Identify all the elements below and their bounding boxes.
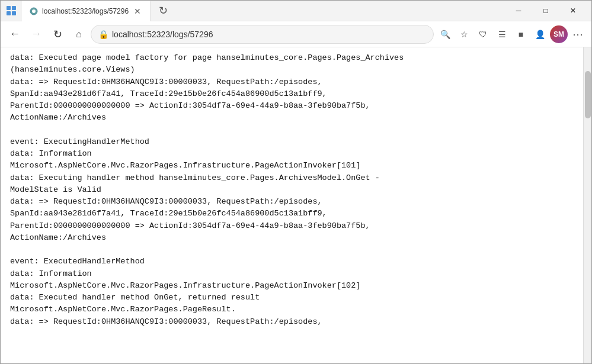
log-line-9: data: Executed handler method OnGet, ret… xyxy=(10,292,574,316)
bookmarks-button[interactable]: ☰ xyxy=(493,25,511,43)
maximize-button[interactable]: □ xyxy=(532,2,559,20)
tab-title: localhost:52323/logs/57296 xyxy=(42,7,129,15)
log-line-blank-2 xyxy=(10,244,574,256)
svg-rect-3 xyxy=(12,11,16,15)
scrollbar-thumb[interactable] xyxy=(585,71,591,118)
log-line-7: event: ExecutedHandlerMethod xyxy=(10,256,574,268)
forward-button[interactable]: → xyxy=(27,25,46,44)
minimize-button[interactable]: ─ xyxy=(505,2,532,20)
browser-window: localhost:52323/logs/57296 ✕ ↻ ─ □ ✕ ← →… xyxy=(0,0,592,364)
log-line-1: data: Executed page model factory for pa… xyxy=(10,52,574,76)
address-input[interactable] xyxy=(112,30,426,39)
svg-point-5 xyxy=(32,9,36,13)
log-line-6: data: => RequestId:0HM36HANQC9I3:0000003… xyxy=(10,196,574,244)
account-button[interactable]: 👤 xyxy=(531,25,549,43)
window-controls: ─ □ ✕ xyxy=(505,2,587,20)
log-output[interactable]: data: Executed page model factory for pa… xyxy=(1,47,583,363)
svg-rect-2 xyxy=(7,11,11,15)
log-line-4: data: Information Microsoft.AspNetCore.M… xyxy=(10,148,574,172)
shield-button[interactable]: 🛡 xyxy=(474,25,492,43)
home-button[interactable]: ⌂ xyxy=(69,25,88,44)
refresh-button[interactable]: ↻ xyxy=(48,25,67,44)
svg-rect-0 xyxy=(7,6,11,10)
back-button[interactable]: ← xyxy=(5,25,24,44)
lock-icon: 🔒 xyxy=(98,30,108,39)
browser-tab[interactable]: localhost:52323/logs/57296 ✕ xyxy=(22,1,151,21)
favorites-button[interactable]: ☆ xyxy=(455,25,473,43)
profile-avatar[interactable]: SM xyxy=(550,25,568,43)
nav-icons: 🔍 ☆ 🛡 ☰ ■ 👤 SM ⋯ xyxy=(436,25,587,43)
search-button[interactable]: 🔍 xyxy=(436,25,454,43)
window-icon xyxy=(5,5,17,17)
svg-rect-1 xyxy=(12,6,16,10)
log-line-2: data: => RequestId:0HM36HANQC9I3:0000003… xyxy=(10,76,574,124)
tab-favicon xyxy=(29,7,39,16)
new-tab-button[interactable]: ↻ xyxy=(153,1,174,21)
close-button[interactable]: ✕ xyxy=(559,2,587,20)
log-line-5: data: Executing handler method hanselmin… xyxy=(10,172,574,197)
tab-close-button[interactable]: ✕ xyxy=(132,6,143,17)
title-bar: localhost:52323/logs/57296 ✕ ↻ ─ □ ✕ xyxy=(1,1,591,21)
log-line-blank-1 xyxy=(10,124,574,136)
scrollbar-track[interactable] xyxy=(583,47,591,363)
nav-bar: ← → ↻ ⌂ 🔒 🔍 ☆ 🛡 ☰ ■ 👤 SM ⋯ xyxy=(1,21,591,47)
log-line-3: event: ExecutingHandlerMethod xyxy=(10,136,574,148)
address-bar[interactable]: 🔒 xyxy=(91,25,434,44)
content-area: data: Executed page model factory for pa… xyxy=(1,47,591,363)
extensions-button[interactable]: ⋯ xyxy=(569,25,587,43)
log-line-10: data: => RequestId:0HM36HANQC9I3:0000003… xyxy=(10,316,574,328)
collections-button[interactable]: ■ xyxy=(512,25,530,43)
log-line-8: data: Information Microsoft.AspNetCore.M… xyxy=(10,268,574,292)
